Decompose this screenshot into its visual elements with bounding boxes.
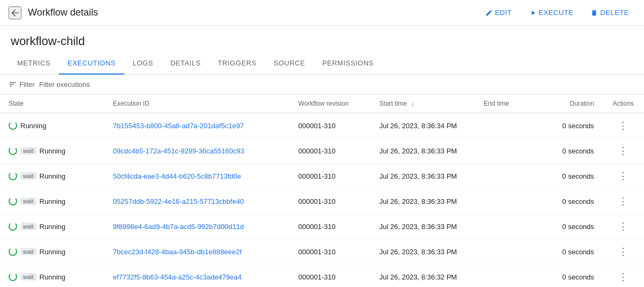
end-time-cell — [475, 138, 545, 164]
executions-table: State Execution ID Workflow revision Sta… — [0, 94, 644, 287]
col-header-start-time[interactable]: Start time ↓ — [371, 94, 476, 113]
state-text: Running — [40, 172, 65, 180]
actions-cell: ⋮ — [603, 189, 644, 214]
revision-cell: 000001-310 — [290, 239, 371, 264]
wait-badge: wait — [20, 197, 36, 205]
table-header-row: State Execution ID Workflow revision Sta… — [0, 94, 644, 113]
state-text: Running — [20, 122, 46, 130]
row-actions-button[interactable]: ⋮ — [616, 219, 630, 233]
duration-cell: 0 seconds — [545, 214, 603, 239]
row-actions-button[interactable]: ⋮ — [616, 119, 630, 133]
row-actions-button[interactable]: ⋮ — [616, 169, 630, 183]
state-cell: Running — [0, 113, 105, 138]
execution-id-link[interactable]: 7b155453-b800-45a8-ad7a-201daf5c1e97 — [113, 122, 244, 130]
back-button[interactable] — [9, 6, 21, 19]
revision-cell: 000001-310 — [290, 264, 371, 288]
execution-id-link[interactable]: 05257ddb-5922-4e16-a215-57713cbbfe40 — [113, 197, 244, 205]
execution-id-cell: ef7732f5-8b63-454a-a25c-4c3ade479ea4 — [105, 264, 290, 288]
col-header-execution-id: Execution ID — [105, 94, 290, 113]
actions-cell: ⋮ — [603, 113, 644, 138]
col-header-duration: Duration — [545, 94, 603, 113]
end-time-cell — [475, 264, 545, 288]
revision-cell: 000001-310 — [290, 189, 371, 214]
filter-placeholder: Filter executions — [39, 80, 90, 89]
execution-id-cell: 05257ddb-5922-4e16-a215-57713cbbfe40 — [105, 189, 290, 214]
execution-id-link[interactable]: 50cf4cda-eae3-4d44-b620-5c8b7713fd0e — [113, 172, 241, 180]
header-actions: EDIT EXECUTE DELETE — [479, 5, 635, 20]
wait-badge: wait — [20, 273, 36, 281]
duration-cell: 0 seconds — [545, 239, 603, 264]
execution-id-cell: 09cdc4b5-172a-451c-9289-36ca55160c93 — [105, 138, 290, 164]
state-cell: waitRunning — [0, 189, 105, 214]
running-spinner — [9, 172, 17, 180]
duration-cell: 0 seconds — [545, 138, 603, 164]
filter-bar: Filter Filter executions — [0, 75, 644, 94]
start-time-cell: Jul 26, 2023, 8:36:33 PM — [371, 239, 476, 264]
start-time-cell: Jul 26, 2023, 8:36:34 PM — [371, 113, 476, 138]
end-time-cell — [475, 189, 545, 214]
state-cell: waitRunning — [0, 264, 105, 288]
start-time-cell: Jul 26, 2023, 8:36:33 PM — [371, 164, 476, 189]
actions-cell: ⋮ — [603, 264, 644, 288]
start-time-cell: Jul 26, 2023, 8:36:33 PM — [371, 138, 476, 164]
state-text: Running — [40, 223, 65, 231]
row-actions-button[interactable]: ⋮ — [616, 144, 630, 158]
start-time-cell: Jul 26, 2023, 8:36:32 PM — [371, 264, 476, 288]
execution-id-link[interactable]: 7bcec23d-f428-4baa-945b-db1e888eee2f — [113, 248, 242, 256]
end-time-cell — [475, 239, 545, 264]
revision-cell: 000001-310 — [290, 113, 371, 138]
sort-desc-icon: ↓ — [411, 100, 414, 107]
start-time-cell: Jul 26, 2023, 8:36:33 PM — [371, 214, 476, 239]
execute-button[interactable]: EXECUTE — [523, 5, 580, 20]
running-spinner — [9, 273, 17, 281]
tab-details[interactable]: DETAILS — [162, 53, 210, 75]
tabs-container: METRICS EXECUTIONS LOGS DETAILS TRIGGERS… — [0, 53, 644, 75]
row-actions-button[interactable]: ⋮ — [616, 270, 630, 284]
actions-cell: ⋮ — [603, 138, 644, 164]
running-spinner — [9, 146, 17, 155]
tab-logs[interactable]: LOGS — [124, 53, 162, 75]
wait-badge: wait — [20, 248, 36, 255]
col-header-revision: Workflow revision — [290, 94, 371, 113]
tab-triggers[interactable]: TRIGGERS — [209, 53, 265, 75]
execution-id-cell: 50cf4cda-eae3-4d44-b620-5c8b7713fd0e — [105, 164, 290, 189]
table-row: waitRunning50cf4cda-eae3-4d44-b620-5c8b7… — [0, 164, 644, 189]
tab-source[interactable]: SOURCE — [265, 53, 314, 75]
revision-cell: 000001-310 — [290, 164, 371, 189]
execution-id-cell: 7bcec23d-f428-4baa-945b-db1e888eee2f — [105, 239, 290, 264]
tab-executions[interactable]: EXECUTIONS — [59, 53, 124, 75]
col-header-actions: Actions — [603, 94, 644, 113]
row-actions-button[interactable]: ⋮ — [616, 245, 630, 259]
end-time-cell — [475, 164, 545, 189]
page-title: Workflow details — [28, 7, 472, 18]
workflow-name: workflow-child — [0, 26, 644, 53]
state-text: Running — [40, 248, 65, 256]
filter-label: Filter — [19, 80, 35, 89]
table-row: waitRunningef7732f5-8b63-454a-a25c-4c3ad… — [0, 264, 644, 288]
delete-button[interactable]: DELETE — [584, 5, 635, 20]
tab-permissions[interactable]: PERMISSIONS — [314, 53, 382, 75]
actions-cell: ⋮ — [603, 164, 644, 189]
col-header-end-time: End time — [475, 94, 545, 113]
revision-cell: 000001-310 — [290, 214, 371, 239]
execution-id-link[interactable]: 9f8998e4-6ad9-4b7a-acd5-992b7d00d11d — [113, 223, 244, 231]
state-cell: waitRunning — [0, 239, 105, 264]
execution-id-link[interactable]: ef7732f5-8b63-454a-a25c-4c3ade479ea4 — [113, 273, 242, 281]
state-cell: waitRunning — [0, 164, 105, 189]
duration-cell: 0 seconds — [545, 164, 603, 189]
actions-cell: ⋮ — [603, 239, 644, 264]
row-actions-button[interactable]: ⋮ — [616, 194, 630, 208]
table-row: waitRunning09cdc4b5-172a-451c-9289-36ca5… — [0, 138, 644, 164]
execution-id-link[interactable]: 09cdc4b5-172a-451c-9289-36ca55160c93 — [113, 147, 245, 155]
tab-metrics[interactable]: METRICS — [9, 53, 59, 75]
execution-id-cell: 9f8998e4-6ad9-4b7a-acd5-992b7d00d11d — [105, 214, 290, 239]
edit-button[interactable]: EDIT — [479, 5, 519, 20]
wait-badge: wait — [20, 172, 36, 180]
table-row: waitRunning7bcec23d-f428-4baa-945b-db1e8… — [0, 239, 644, 264]
duration-cell: 0 seconds — [545, 189, 603, 214]
running-spinner — [9, 121, 17, 130]
duration-cell: 0 seconds — [545, 264, 603, 288]
end-time-cell — [475, 113, 545, 138]
filter-button[interactable]: Filter — [9, 80, 35, 89]
running-spinner — [9, 197, 17, 205]
